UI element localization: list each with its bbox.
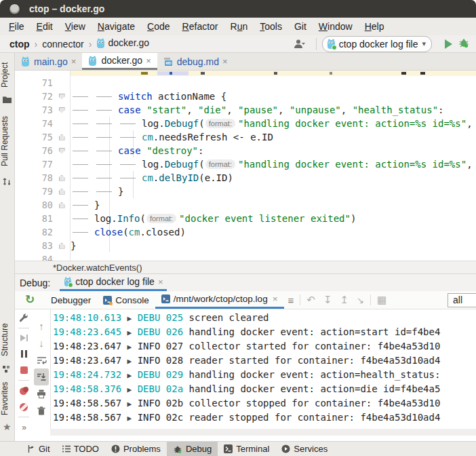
tab-log-file[interactable]: /mnt/work/ctop/ctop.log × [155,291,284,309]
prev-occurrence-icon[interactable]: ↑ [34,318,49,335]
tab-console[interactable]: Console [97,291,155,309]
code-line[interactable]: 83} [15,239,476,252]
close-icon[interactable]: × [71,56,77,66]
menu-edit[interactable]: Edit [31,19,59,34]
code-line[interactable]: 75cm.needsRefresh <- e.ID [15,130,476,144]
debug-button[interactable] [458,37,469,50]
clear-trash-icon[interactable] [34,402,49,419]
fold-marker-icon[interactable] [53,144,71,157]
star-icon[interactable]: ★ [3,422,12,432]
editor-tab-debug.md[interactable]: MDdebug.md× [157,53,234,70]
menu-tools[interactable]: Tools [254,19,288,34]
tool-window-button-structure[interactable]: Structure [0,319,15,361]
log-line: 19:48:24.732 ▶ DEBU 029 handling docker … [53,368,476,382]
rerun-icon[interactable]: ↻ [25,294,35,305]
log-output[interactable]: 19:48:10.613 ▶ DEBU 025 screen cleared19… [53,311,476,425]
code-line[interactable]: 82close(cm.closed) [15,225,476,239]
resume-program-icon[interactable] [16,330,31,347]
fold-marker-icon[interactable] [53,198,71,212]
close-icon[interactable]: × [145,56,152,66]
code-line[interactable]: 84 [15,252,476,261]
view-breakpoints-icon[interactable] [16,383,31,399]
breadcrumb-item[interactable]: docker.go [96,37,149,50]
tool-window-button-pull-requests[interactable]: Pull Requests [0,110,15,172]
run-configuration-select[interactable]: ctop docker log file ▾ [322,36,432,52]
log-level-filter[interactable]: all [448,293,476,307]
more-actions-icon[interactable]: » [16,419,31,436]
breadcrumb-item[interactable]: connector [42,39,83,50]
pause-program-icon[interactable] [16,346,31,362]
fold-marker-icon[interactable] [53,171,71,185]
status-item-problems[interactable]: Problems [105,442,167,456]
status-item-debug[interactable]: Debug [167,442,218,456]
status-item-services[interactable]: Services [275,442,334,456]
scroll-down-icon[interactable]: ↧ [319,291,336,309]
menu-file[interactable]: File [3,19,31,34]
code-line[interactable]: 72switch actionName { [15,90,476,103]
close-icon[interactable]: × [273,294,278,304]
tab-whitespace [94,185,118,195]
menu-help[interactable]: Help [359,19,391,34]
code-line[interactable]: 77log.Debugf(format:"handling docker eve… [15,157,476,171]
fold-marker-icon[interactable] [53,103,71,117]
structure-icon[interactable] [3,365,12,375]
log-line: 19:48:58.567 ▶ INFO 02b collector stoppe… [53,396,476,411]
context-method[interactable]: *Docker.watchEvents() [53,263,142,273]
close-icon[interactable]: × [158,277,163,287]
navigate-up-stack-icon[interactable]: ↶ [302,291,319,309]
tool-window-button-favorites[interactable]: Favorites [0,377,15,419]
editor-tab-main.go[interactable]: main.go× [15,53,82,70]
fold-marker-icon[interactable] [53,90,71,103]
code-line[interactable]: 79} [15,185,476,198]
code-line[interactable]: 76case "destroy": [15,144,476,157]
pull-request-icon[interactable] [3,176,12,186]
code-line[interactable]: 71 [15,76,476,90]
status-item-git[interactable]: Git [20,442,56,456]
run-button[interactable] [445,39,452,49]
code-line[interactable]: 81log.Info(format:"docker event listener… [15,212,476,225]
status-item-todo[interactable]: TODO [56,442,105,456]
menu-run[interactable]: Run [224,19,254,34]
debug-session-tab[interactable]: ctop docker log file × [60,274,167,291]
go-run-config-icon [327,39,336,49]
stop-icon[interactable] [16,362,31,379]
project-folder-icon[interactable] [3,95,12,104]
close-icon[interactable]: × [222,56,229,66]
status-bar: GitTODOProblemsDebugTerminalServices [0,441,476,456]
menu-navigate[interactable]: Navigate [92,19,141,34]
tab-debugger[interactable]: Debugger [45,291,97,309]
soft-wrap-icon[interactable] [34,352,49,368]
horizontal-scrollbar[interactable] [50,429,476,436]
window-menu-button[interactable] [9,3,20,15]
navigate-to-cursor-icon[interactable]: ↘ [353,291,368,309]
code-editor[interactable]: 7172switch actionName {73case "start", "… [15,71,476,261]
scroll-up-icon[interactable]: ↥ [336,291,353,309]
menu-view[interactable]: View [59,19,92,34]
fold-marker-icon[interactable] [53,130,71,144]
breadcrumb-item[interactable]: ctop [9,39,30,50]
code-line[interactable]: 78cm.delByID(e.ID) [15,171,476,185]
fold-marker-icon[interactable] [53,239,71,252]
next-occurrence-icon[interactable]: ↓ [34,335,49,352]
menu-code[interactable]: Code [141,19,176,34]
print-icon[interactable] [34,385,49,402]
console-options-icon[interactable]: ≡ [284,291,298,309]
code-line[interactable]: 73case "start", "die", "pause", "unpause… [15,103,476,117]
scroll-to-end-icon[interactable] [34,368,49,385]
menu-window[interactable]: Window [313,19,359,34]
fold-marker-icon[interactable] [53,185,71,198]
user-account-icon[interactable] [294,39,305,49]
menu-refactor[interactable]: Refactor [176,19,224,34]
mute-breakpoints-icon[interactable] [16,399,31,415]
go-file-icon [88,56,97,66]
tab-whitespace [71,158,94,168]
tool-window-button-project[interactable]: Project [0,58,15,91]
code-line[interactable]: 74log.Debugf(format:"handling docker eve… [15,117,476,130]
code-line[interactable]: 80} [15,198,476,212]
settings-wrench-icon[interactable] [16,309,31,326]
menu-git[interactable]: Git [288,19,313,34]
status-item-terminal[interactable]: Terminal [218,442,275,456]
editor-tab-docker.go[interactable]: docker.go× [82,53,157,70]
tab-whitespace [94,158,118,168]
view-as-grid-icon[interactable]: ▦ [373,291,391,309]
